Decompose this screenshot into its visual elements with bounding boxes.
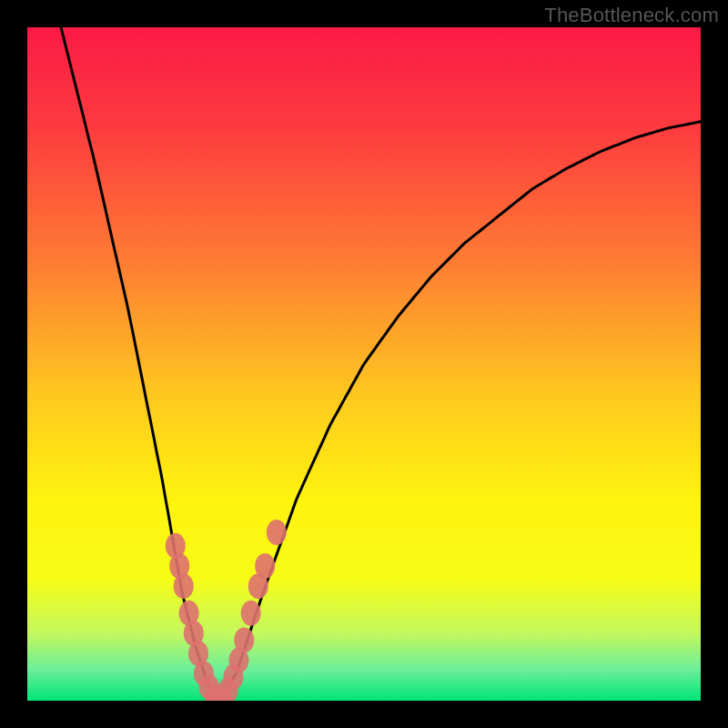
- highlight-dot: [241, 601, 261, 626]
- chart-frame: TheBottleneck.com: [0, 0, 728, 728]
- bottleneck-chart: [27, 27, 701, 701]
- plot-area: [27, 27, 701, 701]
- highlight-dot: [234, 627, 254, 652]
- highlight-dot: [174, 573, 194, 599]
- watermark-text: TheBottleneck.com: [544, 4, 719, 27]
- highlight-dot: [255, 553, 275, 579]
- highlight-dot: [267, 520, 287, 545]
